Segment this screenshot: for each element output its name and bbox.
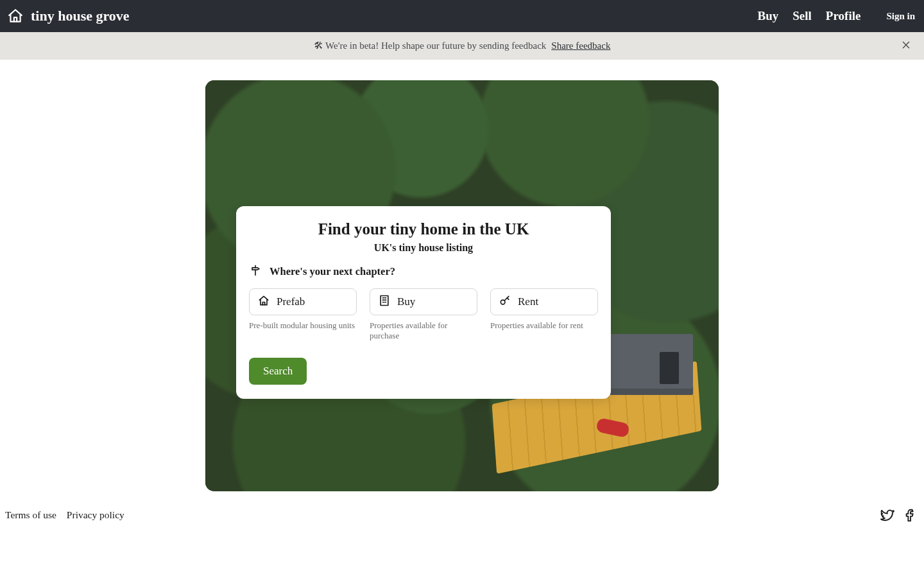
option-rent-label: Rent bbox=[518, 295, 538, 308]
option-group: Prefab Pre-built modular housing units B… bbox=[249, 288, 598, 341]
option-buy-box[interactable]: Buy bbox=[370, 288, 477, 315]
signpost-icon bbox=[249, 264, 262, 279]
nav-buy[interactable]: Buy bbox=[758, 9, 779, 23]
building-icon bbox=[378, 294, 391, 310]
hero-title: Find your tiny home in the UK bbox=[249, 220, 598, 238]
brand-block[interactable]: tiny house grove bbox=[6, 7, 130, 25]
beta-banner: 🛠 We're in beta! Help shape our future b… bbox=[0, 32, 924, 60]
search-card: Find your tiny home in the UK UK's tiny … bbox=[236, 206, 611, 399]
header-nav: Buy Sell Profile Sign in bbox=[758, 9, 915, 23]
house-icon bbox=[257, 294, 270, 310]
hero-image: Find your tiny home in the UK UK's tiny … bbox=[205, 80, 719, 491]
nav-profile[interactable]: Profile bbox=[826, 9, 861, 23]
brand-name: tiny house grove bbox=[31, 8, 130, 24]
banner-text: 🛠 We're in beta! Help shape our future b… bbox=[314, 40, 547, 51]
option-rent-box[interactable]: Rent bbox=[490, 288, 598, 315]
terms-link[interactable]: Terms of use bbox=[5, 509, 56, 521]
option-prefab: Prefab Pre-built modular housing units bbox=[249, 288, 357, 341]
prompt-row: Where's your next chapter? bbox=[249, 264, 598, 279]
hero-subtitle: UK's tiny house listing bbox=[249, 242, 598, 254]
option-buy-desc: Properties available for purchase bbox=[370, 320, 477, 341]
privacy-link[interactable]: Privacy policy bbox=[67, 509, 124, 521]
footer: Terms of use Privacy policy bbox=[0, 495, 924, 522]
sign-in-button[interactable]: Sign in bbox=[886, 11, 915, 22]
footer-links: Terms of use Privacy policy bbox=[5, 509, 124, 521]
search-button[interactable]: Search bbox=[249, 358, 307, 385]
house-logo-icon bbox=[6, 7, 24, 25]
option-prefab-box[interactable]: Prefab bbox=[249, 288, 357, 315]
prompt-text: Where's your next chapter? bbox=[270, 265, 395, 278]
option-prefab-label: Prefab bbox=[277, 295, 305, 308]
facebook-icon[interactable] bbox=[903, 508, 918, 522]
social-links bbox=[880, 508, 918, 522]
twitter-icon[interactable] bbox=[880, 508, 894, 522]
option-rent-desc: Properties available for rent bbox=[490, 320, 598, 331]
option-buy: Buy Properties available for purchase bbox=[370, 288, 477, 341]
option-prefab-desc: Pre-built modular housing units bbox=[249, 320, 357, 331]
hero-section: Find your tiny home in the UK UK's tiny … bbox=[0, 60, 924, 491]
option-rent: Rent Properties available for rent bbox=[490, 288, 598, 341]
key-icon bbox=[499, 294, 511, 310]
header: tiny house grove Buy Sell Profile Sign i… bbox=[0, 0, 924, 32]
nav-sell[interactable]: Sell bbox=[792, 9, 812, 23]
svg-rect-0 bbox=[381, 296, 388, 306]
share-feedback-link[interactable]: Share feedback bbox=[551, 40, 610, 51]
option-buy-label: Buy bbox=[397, 295, 415, 308]
close-icon[interactable] bbox=[901, 40, 911, 53]
